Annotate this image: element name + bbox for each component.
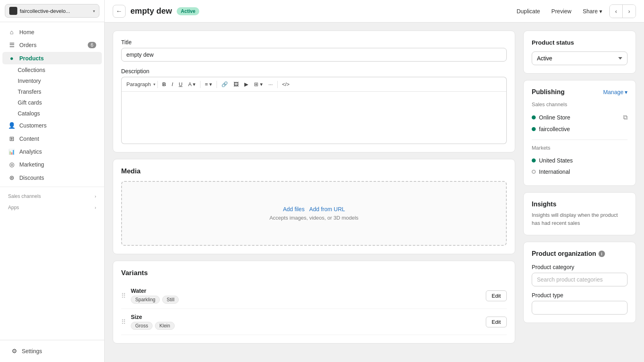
back-button[interactable]: ← [113,5,126,18]
share-label: Share [583,8,598,14]
variant-tags-1: Gross Klein [131,322,481,330]
org-info-icon[interactable]: i [599,251,605,257]
publishing-title: Publishing [532,88,565,96]
title-card: Title Description Paragraph ▾ B I [113,31,515,152]
sidebar-item-settings[interactable]: ⚙ Settings [5,345,99,358]
image-button[interactable]: 🖼 [231,80,241,89]
variant-name-1: Size [131,314,481,320]
category-search-input[interactable] [532,273,627,286]
next-button[interactable]: › [623,5,636,18]
org-title-text: Product organization [532,250,596,257]
duplicate-button[interactable]: Duplicate [512,6,544,17]
text-color-button[interactable]: A ▾ [186,80,198,89]
drag-handle-0[interactable]: ⠿ [121,292,126,300]
italic-button[interactable]: I [169,80,175,89]
market-name-0: United States [539,157,627,164]
media-title: Media [121,167,507,175]
description-label: Description [121,68,507,74]
table-button[interactable]: ⊞ ▾ [252,80,265,89]
underline-button[interactable]: U [176,80,185,89]
org-card: Product organization i Product category … [523,242,636,323]
prev-button[interactable]: ‹ [610,5,623,18]
products-icon: ● [8,55,15,62]
channel-link-icon-0[interactable]: ⧉ [623,114,627,121]
sidebar-item-analytics[interactable]: 📊 Analytics [2,146,102,158]
markets-section-label: Markets [532,145,627,151]
variant-edit-button-0[interactable]: Edit [486,290,507,301]
home-icon: ⌂ [8,29,15,35]
variant-info-1: Size Gross Klein [131,314,481,330]
sidebar-item-marketing[interactable]: ◎ Marketing [2,158,102,171]
insights-title: Insights [532,201,627,208]
add-from-url-link[interactable]: Add from URL [309,206,345,212]
title-input[interactable] [121,48,507,62]
store-selector[interactable]: faircollective-develo... ▾ [5,4,99,18]
variant-tags-0: Sparkling Still [131,296,481,304]
products-subnav: Collections Inventory Transfers Gift car… [0,65,104,119]
market-name-1: International [539,169,627,175]
paragraph-select[interactable]: Paragraph [125,80,153,89]
org-title: Product organization i [532,250,627,257]
drag-handle-1[interactable]: ⠿ [121,318,126,326]
pagination-arrows: ‹ › [609,4,636,18]
sidebar-apps[interactable]: Apps › [0,201,104,212]
media-hint: Accepts images, videos, or 3D models [130,215,498,221]
paragraph-select-wrap[interactable]: Paragraph ▾ [125,80,155,89]
status-select[interactable]: Active Draft Archived [532,51,627,65]
publishing-header: Publishing Manage ▾ [532,88,627,96]
sidebar-item-gift-cards[interactable]: Gift cards [18,97,102,108]
category-label: Product category [532,264,627,270]
store-icon [9,7,17,15]
add-files-link[interactable]: Add files [283,206,305,212]
sidebar-item-orders-label: Orders [19,42,37,48]
variants-card: Variants ⠿ Water Sparkling Still Edit [113,261,515,343]
content-main: Title Description Paragraph ▾ B I [113,31,515,354]
variant-edit-button-1[interactable]: Edit [486,317,507,327]
sidebar: faircollective-develo... ▾ ⌂ Home ☰ Orde… [0,0,105,362]
media-dropzone[interactable]: Add files Add from URL Accepts images, v… [121,181,507,246]
more-button[interactable]: ··· [266,80,275,89]
sidebar-sales-channels[interactable]: Sales channels › [0,189,104,201]
sidebar-item-products[interactable]: ● Products [2,52,102,64]
media-links: Add files Add from URL [130,206,498,212]
publishing-divider [532,140,627,140]
sidebar-item-discounts[interactable]: ⊛ Discounts [2,171,102,184]
variants-title: Variants [121,269,507,277]
link-button[interactable]: 🔗 [219,80,230,89]
main-area: ← empty dew Active Duplicate Preview Sha… [105,0,644,362]
sidebar-item-inventory[interactable]: Inventory [18,76,102,86]
sidebar-item-customers[interactable]: 👤 Customers [2,119,102,132]
channel-item-1: faircollective [532,123,627,135]
sales-channels-label: Sales channels [8,193,41,199]
product-type-input[interactable] [532,301,627,315]
align-button[interactable]: ≡ ▾ [202,80,215,89]
sidebar-item-catalogs[interactable]: Catalogs [18,108,102,119]
bold-button[interactable]: B [160,80,168,89]
sidebar-item-analytics-label: Analytics [19,148,42,155]
sidebar-item-orders[interactable]: ☰ Orders 6 [2,39,102,51]
preview-button[interactable]: Preview [547,6,576,17]
variant-name-0: Water [131,288,481,294]
share-button[interactable]: Share ▾ [579,6,606,17]
editor-body[interactable] [121,92,507,144]
variant-row-1: ⠿ Size Gross Klein Edit [121,309,507,335]
manage-chevron-icon: ▾ [625,89,627,95]
sidebar-item-discounts-label: Discounts [19,175,44,181]
sales-channels-chevron: › [95,194,96,199]
store-name: faircollective-develo... [20,8,91,14]
source-button[interactable]: </> [280,80,292,89]
sidebar-item-home[interactable]: ⌂ Home [2,26,102,38]
sidebar-item-transfers[interactable]: Transfers [18,86,102,97]
sidebar-item-home-label: Home [19,29,34,35]
product-status-card: Product status Active Draft Archived [523,31,636,74]
settings-icon: ⚙ [10,348,18,355]
manage-button[interactable]: Manage ▾ [603,89,627,95]
topbar-actions: Duplicate Preview Share ▾ ‹ › [512,4,636,18]
sidebar-item-collections[interactable]: Collections [18,65,102,75]
store-chevron-icon: ▾ [93,9,95,13]
sidebar-item-content[interactable]: ⊞ Content [2,132,102,145]
video-button[interactable]: ▶ [242,80,251,89]
content-area: Title Description Paragraph ▾ B I [105,23,644,362]
insights-card: Insights Insights will display when the … [523,192,636,235]
apps-label: Apps [8,205,19,210]
